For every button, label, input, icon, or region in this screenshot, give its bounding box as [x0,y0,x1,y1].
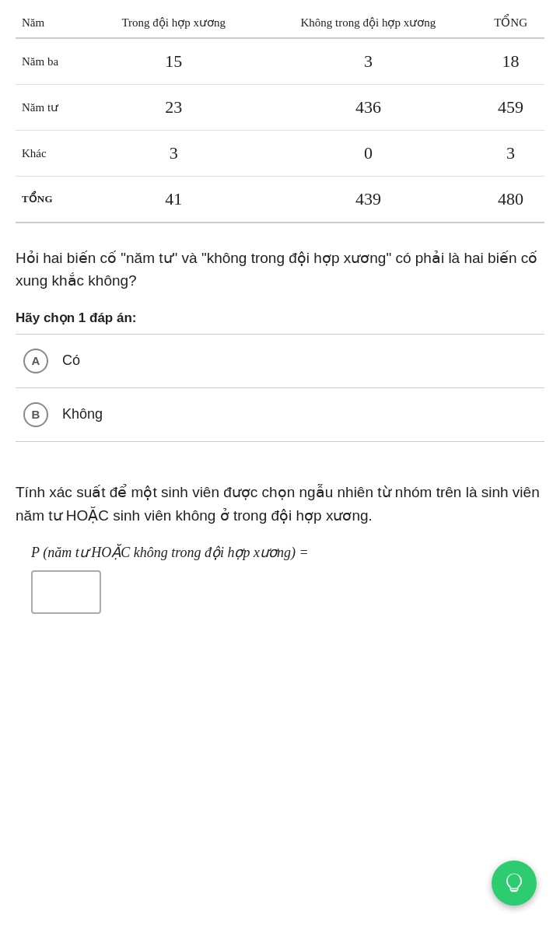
row-in-team: 15 [88,38,260,85]
row-in-team: 3 [88,131,260,177]
option-a[interactable]: A Có [16,334,544,388]
row-total: 18 [477,38,544,85]
col-header-total: TỔNG [477,8,544,38]
answer-input[interactable] [31,570,101,614]
question2-formula: P (năm tư HOẶC không trong đội hợp xương… [16,544,544,561]
total-in-team: 41 [88,177,260,223]
option-b-circle: B [23,402,48,427]
option-b[interactable]: B Không [16,388,544,442]
total-not-in-team: 439 [260,177,478,223]
question2-section: Tính xác suất để một sinh viên được chọn… [0,457,560,622]
question1-section: Hỏi hai biến cố "năm tư" và "không trong… [0,223,560,457]
row-total: 3 [477,131,544,177]
lightbulb-icon [502,871,526,895]
question2-text: Tính xác suất để một sinh viên được chọn… [16,481,544,528]
option-a-circle: A [23,349,48,373]
question1-text: Hỏi hai biến cố "năm tư" và "không trong… [16,247,544,293]
table-row: Năm ba 15 3 18 [16,38,544,85]
row-label: Năm tư [16,85,88,131]
row-not-in-team: 436 [260,85,478,131]
col-header-not-in-team: Không trong đội hợp xương [260,8,478,38]
table-section: Năm Trong đội hợp xương Không trong đội … [0,8,560,223]
row-not-in-team: 3 [260,38,478,85]
table-row: Năm tư 23 436 459 [16,85,544,131]
total-total: 480 [477,177,544,223]
option-a-label: Có [62,352,80,369]
choose-label: Hãy chọn 1 đáp án: [16,310,544,326]
row-label: Năm ba [16,38,88,85]
row-in-team: 23 [88,85,260,131]
hint-fab[interactable] [492,861,537,906]
col-header-year: Năm [16,8,88,38]
col-header-in-team: Trong đội hợp xương [88,8,260,38]
option-b-label: Không [62,406,103,422]
row-total: 459 [477,85,544,131]
total-label: TỔNG [16,177,88,223]
row-not-in-team: 0 [260,131,478,177]
data-table: Năm Trong đội hợp xương Không trong đội … [16,8,544,223]
row-label: Khác [16,131,88,177]
table-row: Khác 3 0 3 [16,131,544,177]
table-total-row: TỔNG 41 439 480 [16,177,544,223]
